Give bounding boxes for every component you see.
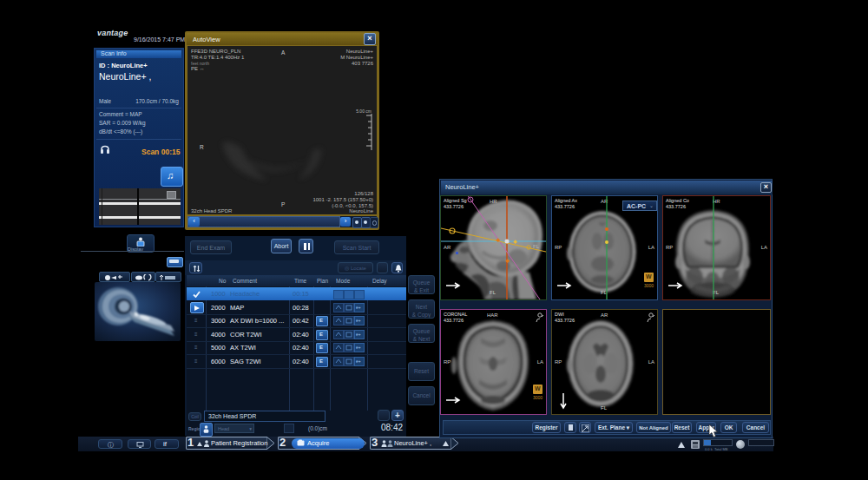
svg-text:FL: FL — [533, 244, 540, 249]
